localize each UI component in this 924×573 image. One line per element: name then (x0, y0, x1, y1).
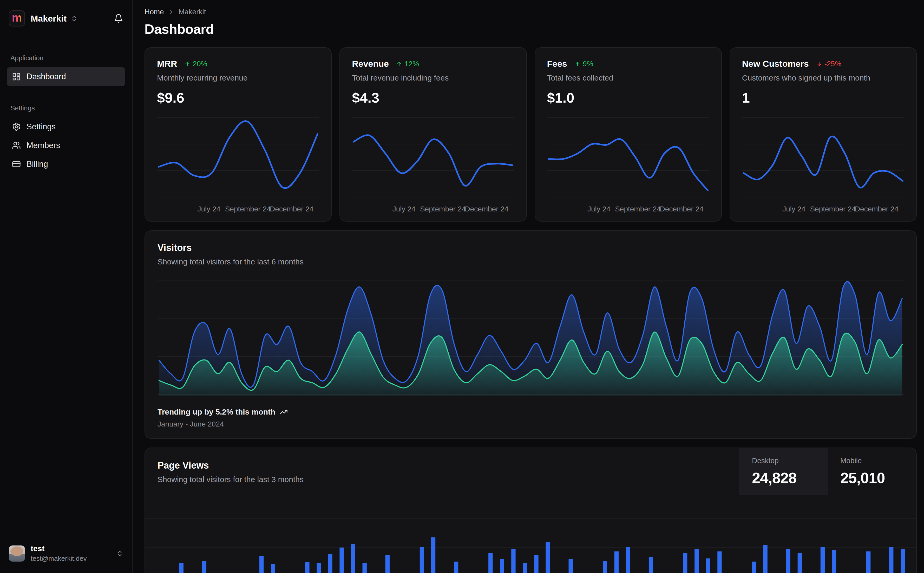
trend-value: 12% (405, 60, 419, 68)
visitors-subtitle: Showing total visitors for the last 6 mo… (157, 257, 904, 266)
workspace-name: Makerkit (31, 14, 66, 23)
workspace-switcher[interactable]: Makerkit (31, 14, 78, 23)
tab-desktop[interactable]: Desktop 24,828 (739, 448, 828, 495)
stat-card-new-customers: New Customers -25% Customers who signed … (729, 47, 917, 222)
workspace-header: m Makerkit (7, 9, 125, 28)
visitors-footer-trend: Trending up by 5.2% this month (157, 407, 904, 416)
trend-value: -25% (824, 60, 841, 68)
page-views-bar-chart (145, 495, 916, 573)
tab-mobile[interactable]: Mobile 25,010 (828, 448, 916, 495)
main-content: Home Makerkit Dashboard MRR 20% Monthly … (133, 0, 924, 573)
tab-value: 24,828 (752, 469, 796, 487)
nav-spacer (7, 86, 125, 104)
page-views-metric-tabs: Desktop 24,828 Mobile 25,010 (739, 448, 916, 495)
x-axis-ticks: July 24 September 24 December 24 (157, 203, 319, 214)
notifications-button[interactable] (114, 14, 123, 23)
sidebar-item-settings[interactable]: Settings (7, 117, 125, 136)
sidebar-item-label: Members (27, 141, 60, 150)
visitors-footer-period: January - June 2024 (157, 420, 904, 428)
x-tick: July 24 (197, 205, 220, 213)
user-email: test@makerkit.dev (31, 554, 87, 563)
avatar (9, 545, 25, 562)
user-menu[interactable]: test test@makerkit.dev (7, 542, 125, 565)
layout-dashboard-icon (12, 72, 21, 81)
sidebar-item-label: Billing (27, 160, 48, 169)
stat-title: Fees (547, 59, 567, 69)
stat-title: MRR (157, 59, 177, 69)
x-tick: December 24 (465, 205, 508, 213)
trend-text: Trending up by 5.2% this month (157, 407, 275, 416)
trend-value: 9% (583, 60, 593, 68)
bell-icon (114, 14, 123, 23)
sparkline-chart-mrr: July 24 September 24 December 24 (157, 114, 319, 214)
x-axis-ticks: July 24 September 24 December 24 (352, 203, 514, 214)
stat-card-revenue: Revenue 12% Total revenue including fees… (339, 47, 527, 222)
page-views-header: Page Views Showing total visitors for th… (145, 448, 916, 495)
nav-section-label-application: Application (10, 54, 125, 62)
arrow-down-icon (816, 61, 822, 67)
x-tick: September 24 (810, 205, 856, 213)
trend-badge: 12% (396, 60, 419, 68)
gear-icon (12, 122, 21, 131)
stat-subtitle: Customers who signed up this month (742, 74, 904, 82)
sidebar-item-billing[interactable]: Billing (7, 155, 125, 174)
x-tick: December 24 (855, 205, 899, 213)
page-views-title: Page Views (157, 460, 727, 471)
visitors-area-chart (157, 279, 904, 396)
sparkline-chart-revenue: July 24 September 24 December 24 (352, 114, 514, 214)
trend-badge: 20% (184, 60, 207, 68)
chevrons-up-down-icon (116, 550, 123, 557)
sidebar-item-label: Settings (27, 122, 56, 132)
x-tick: July 24 (392, 205, 416, 213)
stat-value: 1 (742, 89, 904, 106)
x-tick: December 24 (660, 205, 704, 213)
trend-value: 20% (193, 60, 207, 68)
sidebar: m Makerkit Application Dashboard Setting… (0, 0, 133, 573)
x-tick: July 24 (587, 205, 610, 213)
nav-section-label-settings: Settings (10, 104, 125, 112)
sidebar-nav: Application Dashboard Settings Settings … (7, 54, 125, 174)
stat-card-grid: MRR 20% Monthly recurring revenue $9.6 J… (144, 47, 917, 222)
x-tick: July 24 (782, 205, 805, 213)
stat-subtitle: Monthly recurring revenue (157, 74, 319, 82)
workspace-logo[interactable]: m (9, 10, 25, 27)
breadcrumb-home[interactable]: Home (144, 8, 164, 16)
breadcrumb: Home Makerkit (144, 8, 917, 16)
x-axis-ticks: July 24 September 24 December 24 (547, 203, 709, 214)
stat-value: $4.3 (352, 89, 514, 106)
x-axis-ticks: July 24 September 24 December 24 (742, 203, 904, 214)
chevrons-up-down-icon (71, 15, 78, 22)
user-meta: test test@makerkit.dev (31, 544, 87, 563)
x-tick: September 24 (420, 205, 466, 213)
stat-value: $9.6 (157, 89, 319, 106)
stat-title: Revenue (352, 59, 389, 69)
sparkline-chart-fees: July 24 September 24 December 24 (547, 114, 709, 214)
page-title: Dashboard (144, 21, 917, 37)
users-icon (12, 141, 21, 150)
x-tick: September 24 (225, 205, 271, 213)
trend-badge: -25% (816, 60, 841, 68)
arrow-up-icon (574, 61, 580, 67)
chevron-right-icon (168, 9, 174, 15)
stat-subtitle: Total revenue including fees (352, 74, 514, 82)
stat-card-fees: Fees 9% Total fees collected $1.0 July 2… (535, 47, 722, 222)
sidebar-item-label: Dashboard (27, 72, 66, 81)
x-tick: September 24 (615, 205, 661, 213)
arrow-up-icon (184, 61, 190, 67)
breadcrumb-current: Makerkit (179, 8, 206, 16)
tab-label: Desktop (752, 457, 779, 465)
page-views-card: Page Views Showing total visitors for th… (144, 448, 917, 573)
stat-value: $1.0 (547, 89, 709, 106)
tab-value: 25,010 (840, 469, 885, 487)
x-tick: December 24 (270, 205, 314, 213)
logo-letter: m (12, 12, 22, 23)
page-views-subtitle: Showing total visitors for the last 3 mo… (157, 475, 727, 484)
tab-label: Mobile (840, 457, 861, 465)
visitors-title: Visitors (157, 242, 904, 253)
stat-card-mrr: MRR 20% Monthly recurring revenue $9.6 J… (144, 47, 332, 222)
sidebar-item-dashboard[interactable]: Dashboard (7, 67, 125, 86)
stat-subtitle: Total fees collected (547, 74, 709, 82)
stat-title: New Customers (742, 59, 809, 69)
sidebar-item-members[interactable]: Members (7, 136, 125, 155)
visitors-card: Visitors Showing total visitors for the … (144, 230, 917, 439)
